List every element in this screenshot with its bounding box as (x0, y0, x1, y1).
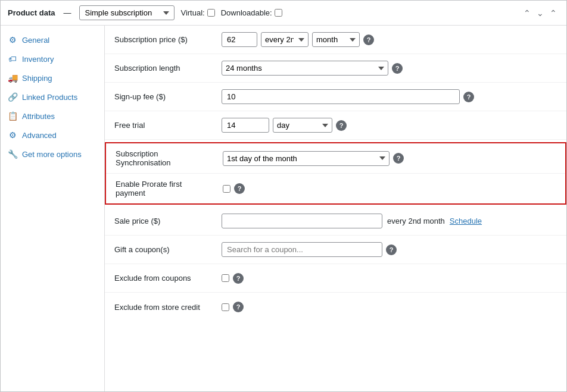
enable-prorate-controls: ? (223, 183, 556, 194)
free-trial-input[interactable] (222, 118, 269, 133)
advanced-icon: ⚙ (8, 130, 17, 140)
enable-prorate-help-icon[interactable]: ? (234, 183, 245, 194)
gift-coupon-help-icon[interactable]: ? (386, 244, 397, 255)
product-type-select[interactable]: Simple subscription Variable subscriptio… (79, 5, 175, 20)
every-period-select[interactable]: every 1st every 2nd every 3rd (261, 32, 309, 47)
coupon-search-input[interactable] (222, 242, 382, 257)
sidebar-item-inventory[interactable]: 🏷 Inventory (1, 49, 104, 68)
exclude-store-credit-row: Exclude from store credit ? (105, 293, 566, 321)
more-options-icon: 🔧 (8, 149, 17, 159)
subscription-length-select[interactable]: Never expire 1 month 2 months 3 months 6… (222, 61, 388, 76)
exclude-store-credit-controls: ? (222, 302, 557, 312)
nav-expand-button[interactable]: ⌃ (547, 7, 559, 19)
sidebar-item-linked-products[interactable]: 🔗 Linked Products (1, 87, 104, 106)
exclude-store-credit-label: Exclude from store credit (114, 303, 222, 312)
sidebar-item-advanced[interactable]: ⚙ Advanced (1, 126, 104, 145)
subscription-length-label: Subscription length (114, 64, 222, 73)
signup-fee-label: Sign-up fee ($) (114, 92, 222, 101)
sale-price-controls: every 2nd month Schedule (222, 214, 557, 228)
virtual-label: Virtual: (180, 8, 214, 17)
sidebar-shipping-label: Shipping (22, 74, 52, 83)
free-trial-help-icon[interactable]: ? (336, 120, 347, 131)
sidebar-more-options-label: Get more options (22, 150, 82, 159)
virtual-checkbox[interactable] (207, 9, 215, 17)
dash: — (63, 8, 71, 17)
month-select[interactable]: day week month year (312, 32, 360, 47)
signup-fee-row: Sign-up fee ($) ? (105, 83, 566, 111)
exclude-store-credit-checkbox[interactable] (222, 303, 229, 311)
sidebar-item-shipping[interactable]: 🚚 Shipping (1, 68, 104, 87)
subscription-sync-controls: Do not synchronise 1st day of the month … (223, 151, 556, 166)
content-area: Subscription price ($) every 1st every 2… (105, 26, 566, 391)
inventory-icon: 🏷 (8, 54, 17, 64)
sale-every-text: every 2nd month (387, 217, 445, 225)
top-bar: Product data — Simple subscription Varia… (1, 1, 566, 26)
gift-coupon-row: Gift a coupon(s) ? (105, 236, 566, 264)
sale-price-label: Sale price ($) (114, 217, 222, 225)
subscription-length-controls: Never expire 1 month 2 months 3 months 6… (222, 61, 557, 76)
sidebar-attributes-label: Attributes (22, 112, 55, 121)
nav-up-button[interactable]: ⌃ (521, 7, 533, 19)
exclude-coupons-checkbox[interactable] (222, 274, 229, 282)
free-trial-row: Free trial day week month ? (105, 111, 566, 140)
downloadable-checkbox[interactable] (275, 9, 282, 17)
enable-prorate-text: Enable Prorate first (116, 180, 223, 189)
sidebar-general-label: General (22, 36, 49, 45)
shipping-icon: 🚚 (8, 73, 17, 83)
sidebar-inventory-label: Inventory (22, 55, 54, 64)
virtual-text: Virtual: (180, 8, 204, 17)
synchronisation-text: Synchronisation (116, 158, 223, 167)
sidebar-item-attributes[interactable]: 📋 Attributes (1, 106, 104, 126)
subscription-price-label: Subscription price ($) (114, 35, 222, 44)
subscription-price-row: Subscription price ($) every 1st every 2… (105, 26, 566, 54)
sidebar-item-get-more-options[interactable]: 🔧 Get more options (1, 145, 104, 164)
enable-prorate-checkbox[interactable] (223, 185, 230, 193)
subscription-sync-text: Subscription (116, 149, 223, 158)
subscription-price-input[interactable] (222, 32, 257, 47)
sidebar-advanced-label: Advanced (22, 131, 57, 140)
enable-prorate-row: Enable Prorate first payment ? (106, 174, 565, 203)
subscription-sync-help-icon[interactable]: ? (393, 153, 404, 164)
exclude-coupons-controls: ? (222, 273, 557, 284)
product-data-label: Product data (8, 8, 55, 17)
exclude-coupons-label: Exclude from coupons (114, 274, 222, 283)
subscription-length-row: Subscription length Never expire 1 month… (105, 54, 566, 83)
nav-down-button[interactable]: ⌄ (534, 7, 546, 19)
gift-coupon-controls: ? (222, 242, 557, 257)
subscription-length-help-icon[interactable]: ? (392, 63, 403, 74)
trial-period-select[interactable]: day week month (273, 118, 332, 133)
highlighted-section: Subscription Synchronisation Do not sync… (105, 142, 566, 205)
sidebar-item-general[interactable]: ⚙ General (1, 30, 104, 49)
sale-price-row: Sale price ($) every 2nd month Schedule (105, 207, 566, 236)
exclude-coupons-row: Exclude from coupons ? (105, 264, 566, 293)
subscription-price-controls: every 1st every 2nd every 3rd day week m… (222, 32, 557, 47)
exclude-coupons-help-icon[interactable]: ? (233, 273, 244, 284)
downloadable-label: Downloadable: (221, 8, 282, 17)
linked-products-icon: 🔗 (8, 92, 17, 102)
sidebar: ⚙ General 🏷 Inventory 🚚 Shipping 🔗 Linke… (1, 26, 105, 391)
subscription-sync-label: Subscription Synchronisation (116, 149, 223, 167)
gift-coupon-label: Gift a coupon(s) (114, 245, 222, 254)
signup-fee-help-icon[interactable]: ? (463, 92, 474, 102)
main-content: ⚙ General 🏷 Inventory 🚚 Shipping 🔗 Linke… (1, 26, 566, 391)
signup-fee-input[interactable] (222, 89, 460, 104)
enable-prorate-label: Enable Prorate first payment (116, 180, 223, 197)
subscription-sync-select[interactable]: Do not synchronise 1st day of the month … (223, 151, 390, 166)
sale-price-input[interactable] (222, 214, 382, 228)
subscription-price-help-icon[interactable]: ? (363, 35, 374, 45)
schedule-link[interactable]: Schedule (450, 217, 482, 225)
downloadable-text: Downloadable: (221, 8, 272, 17)
free-trial-label: Free trial (114, 121, 222, 130)
exclude-store-credit-help-icon[interactable]: ? (233, 302, 244, 312)
free-trial-controls: day week month ? (222, 118, 557, 133)
payment-text: payment (116, 189, 223, 197)
nav-arrows: ⌃ ⌄ ⌃ (521, 7, 559, 19)
attributes-icon: 📋 (8, 111, 17, 121)
signup-fee-controls: ? (222, 89, 557, 104)
sidebar-linked-products-label: Linked Products (22, 93, 77, 102)
general-icon: ⚙ (8, 35, 17, 45)
subscription-sync-row: Subscription Synchronisation Do not sync… (106, 143, 565, 174)
